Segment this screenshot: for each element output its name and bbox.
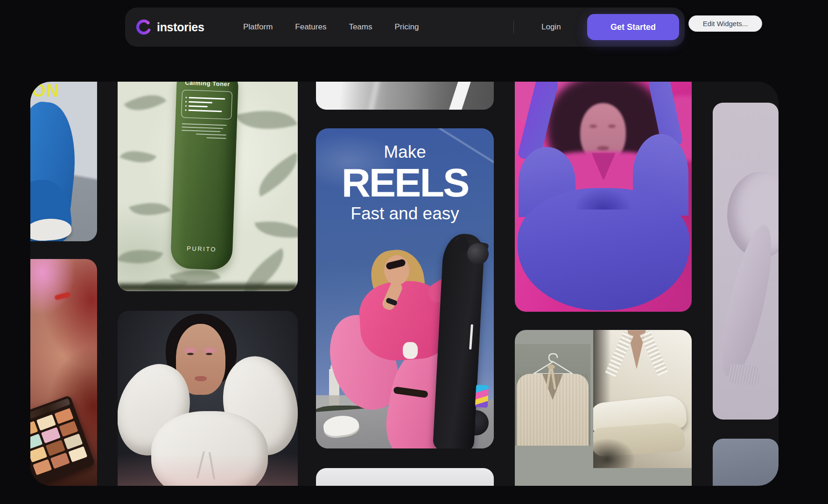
nav-link-features[interactable]: Features — [295, 22, 326, 32]
nav-link-teams[interactable]: Teams — [349, 22, 372, 32]
leaf-shadow — [129, 195, 170, 223]
beige-cardigan — [517, 374, 589, 446]
card-light-placeholder — [316, 468, 494, 486]
nav-link-platform[interactable]: Platform — [243, 22, 273, 32]
toner-label-bullets — [181, 90, 232, 119]
palette-swatches — [30, 408, 87, 475]
brand-name: instories — [157, 21, 204, 34]
eyeshadow-palette — [30, 395, 95, 486]
toner-vignette — [118, 284, 298, 291]
toner-brand: PURITO — [171, 245, 232, 254]
card-make-reels: Make REELS Fast and easy — [316, 128, 494, 448]
get-started-button[interactable]: Get Started — [587, 14, 679, 40]
login-link[interactable]: Login — [541, 7, 561, 47]
nav-links: Platform Features Teams Pricing — [243, 7, 419, 47]
hero-collage: ION — [30, 82, 779, 486]
headline-line2: REELS — [316, 163, 494, 202]
fabric-highlight — [367, 82, 380, 110]
skater-face — [384, 255, 409, 285]
nav-link-pricing[interactable]: Pricing — [394, 22, 419, 32]
edit-widgets-button[interactable]: Edit Widgets... — [688, 15, 762, 32]
corner-shadow — [593, 438, 635, 468]
hoodie-cuff — [728, 364, 760, 386]
white-strap — [449, 82, 471, 110]
hero-headline: Make REELS Fast and easy — [316, 128, 494, 224]
card-makeup-portrait — [30, 259, 97, 486]
nav-divider — [513, 21, 514, 34]
instories-logo-icon — [135, 19, 152, 35]
skateboard-wheel-top — [467, 243, 489, 265]
toner-bottle: Calming Toner PURITO — [170, 82, 239, 270]
card-puffer-portrait — [118, 311, 298, 486]
deck-sticker — [475, 385, 489, 407]
top-navbar: instories Platform Features Teams Pricin… — [125, 7, 685, 47]
jeans-overlay-text: ION — [30, 82, 60, 101]
card-lavender-hoodie — [713, 103, 779, 420]
card-clothing-collage — [515, 330, 692, 486]
headline-line1: Make — [316, 142, 494, 162]
brand-logo[interactable]: instories — [135, 7, 204, 47]
red-makeup-streak — [54, 292, 71, 301]
card-purito-toner: Calming Toner PURITO — [118, 82, 298, 291]
skateboard-wheel-back — [455, 238, 469, 252]
toner-label-paragraph — [182, 123, 231, 139]
landing-page: instories Platform Features Teams Pricin… — [0, 0, 828, 504]
leaf-shadow — [236, 100, 297, 140]
leaf-shadow — [124, 85, 166, 120]
card-blue-jeans: ION — [30, 82, 97, 241]
photo-ruffled-blouse — [593, 330, 692, 468]
photo-hanger-cardigan — [515, 344, 590, 446]
leaf-shadow — [254, 216, 298, 243]
bag-opening-shadow — [563, 180, 644, 210]
card-slate-placeholder — [713, 439, 779, 486]
toner-label-title: Calming Toner — [176, 82, 238, 88]
pink-light-tint — [118, 453, 298, 486]
leaf-shadow — [118, 242, 163, 271]
leaf-shadow — [120, 144, 157, 170]
card-purple-bag — [515, 82, 692, 312]
card-gray-torso — [316, 82, 494, 110]
ribbon-knot — [547, 364, 555, 369]
skater-tank-top — [403, 342, 418, 359]
headline-line3: Fast and easy — [316, 204, 494, 224]
leaf-shadow — [250, 153, 298, 197]
